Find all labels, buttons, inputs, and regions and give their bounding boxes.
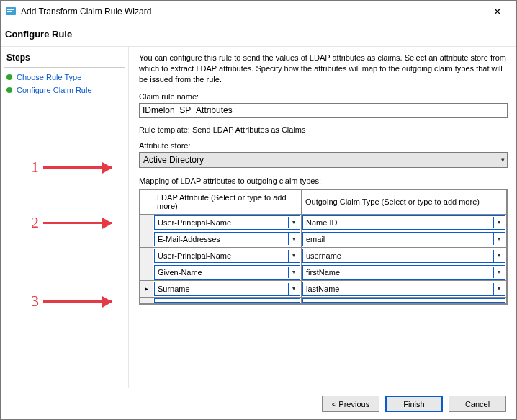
table-row: User-Principal-Name▾username▾ [140, 247, 507, 264]
ldap-attribute-select[interactable]: User-Principal-Name▾ [154, 215, 300, 230]
outgoing-claim-value: username [306, 251, 341, 260]
ldap-attribute-select[interactable] [154, 298, 300, 303]
column-header-ldap: LDAP Attribute (Select or type to add mo… [153, 189, 302, 214]
attribute-store-value: Active Directory [143, 155, 204, 165]
app-icon [5, 6, 17, 17]
row-indicator [140, 264, 153, 280]
body: Steps Choose Rule Type Configure Claim R… [1, 47, 516, 388]
mapping-label: Mapping of LDAP attributes to outgoing c… [139, 177, 508, 185]
window-title: Add Transform Claim Rule Wizard [21, 6, 483, 17]
chevron-down-icon: ▾ [493, 217, 503, 228]
ldap-attribute-value: E-Mail-Addresses [158, 235, 220, 243]
rule-template-text: Rule template: Send LDAP Attributes as C… [139, 125, 508, 134]
outgoing-claim-select[interactable]: lastName▾ [302, 282, 505, 296]
row-indicator: ▸ [140, 280, 153, 297]
ldap-attribute-value: User-Principal-Name [158, 251, 231, 260]
chevron-down-icon: ▾ [288, 217, 298, 228]
ldap-attribute-select[interactable]: E-Mail-Addresses▾ [154, 232, 300, 246]
svg-rect-1 [7, 9, 14, 10]
wizard-window: Add Transform Claim Rule Wizard ✕ Config… [0, 0, 517, 420]
claim-rule-name-input[interactable] [139, 103, 508, 118]
row-header-blank [140, 189, 153, 214]
footer: < Previous Finish Cancel [1, 388, 516, 419]
previous-button[interactable]: < Previous [322, 396, 379, 412]
finish-button[interactable]: Finish [385, 396, 443, 412]
chevron-down-icon: ▾ [288, 250, 298, 262]
description-text: You can configure this rule to send the … [139, 53, 508, 85]
svg-rect-2 [7, 11, 12, 12]
chevron-down-icon: ▾ [501, 156, 505, 164]
outgoing-claim-value: Name ID [306, 218, 337, 227]
mapping-grid: LDAP Attribute (Select or type to add mo… [139, 189, 508, 305]
ldap-attribute-value: User-Principal-Name [158, 218, 231, 227]
steps-heading: Steps [4, 51, 125, 68]
table-row: ▸Surname▾lastName▾ [140, 280, 507, 297]
outgoing-claim-select[interactable] [302, 298, 505, 303]
step-choose-rule-type[interactable]: Choose Rule Type [4, 71, 125, 84]
step-bullet-icon [6, 87, 12, 93]
step-configure-claim-rule[interactable]: Configure Claim Rule [4, 84, 125, 97]
chevron-down-icon: ▾ [493, 267, 503, 278]
chevron-down-icon: ▾ [288, 233, 298, 245]
steps-panel: Steps Choose Rule Type Configure Claim R… [1, 47, 129, 388]
outgoing-claim-value: lastName [306, 285, 339, 293]
outgoing-claim-select[interactable]: email▾ [302, 232, 505, 246]
ldap-attribute-value: Surname [158, 285, 190, 293]
content-panel: You can configure this rule to send the … [129, 47, 516, 388]
row-indicator [140, 214, 153, 231]
outgoing-claim-value: firstName [306, 268, 340, 277]
chevron-down-icon: ▾ [493, 233, 503, 245]
outgoing-claim-select[interactable]: Name ID▾ [302, 215, 505, 230]
outgoing-claim-value: email [306, 235, 325, 243]
titlebar: Add Transform Claim Rule Wizard ✕ [1, 1, 516, 22]
chevron-down-icon: ▾ [288, 283, 298, 295]
step-bullet-icon [6, 74, 12, 80]
outgoing-claim-select[interactable]: username▾ [302, 249, 505, 263]
cancel-button[interactable]: Cancel [449, 396, 506, 412]
row-indicator [140, 247, 153, 264]
ldap-attribute-select[interactable]: Surname▾ [154, 282, 300, 296]
table-row: E-Mail-Addresses▾email▾ [140, 231, 507, 247]
outgoing-claim-select[interactable]: firstName▾ [302, 265, 505, 280]
chevron-down-icon: ▾ [493, 283, 503, 295]
row-indicator [140, 231, 153, 247]
attribute-store-select[interactable]: Active Directory ▾ [139, 152, 508, 168]
chevron-down-icon: ▾ [493, 250, 503, 262]
step-label: Configure Claim Rule [17, 86, 92, 94]
ldap-attribute-value: Given-Name [158, 268, 202, 277]
ldap-attribute-select[interactable]: User-Principal-Name▾ [154, 249, 300, 263]
step-label: Choose Rule Type [17, 73, 81, 81]
page-title: Configure Rule [1, 22, 516, 47]
column-header-claim: Outgoing Claim Type (Select or type to a… [302, 189, 507, 214]
claim-rule-name-label: Claim rule name: [139, 92, 508, 101]
close-button[interactable]: ✕ [483, 1, 512, 22]
chevron-down-icon: ▾ [288, 267, 298, 278]
attribute-store-label: Attribute store: [139, 141, 508, 150]
table-row: User-Principal-Name▾Name ID▾ [140, 214, 507, 231]
ldap-attribute-select[interactable]: Given-Name▾ [154, 265, 300, 280]
table-row: Given-Name▾firstName▾ [140, 264, 507, 280]
